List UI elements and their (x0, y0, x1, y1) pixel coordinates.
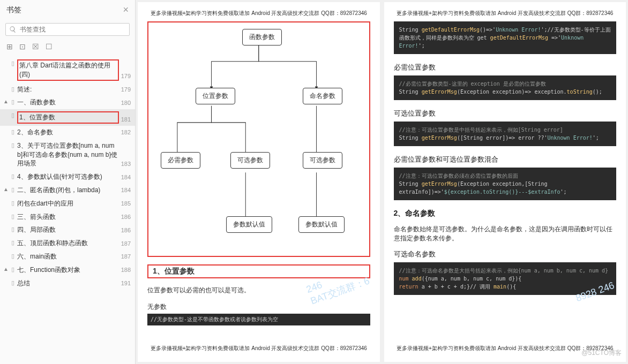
bookmark-label: 简述: (17, 85, 119, 94)
bookmarks-sidebar: 书签 × ⊞ ⊡ ☒ ☐ ▯第八章 Dart语法篇之函数的使用(四)179▯简述… (0, 0, 136, 364)
page-number: 184 (121, 186, 131, 194)
bookmark-icon: ▯ (10, 128, 16, 136)
bookmark-row[interactable]: ▯四、局部函数186 (0, 223, 135, 237)
page-header-note: 更多录播视频+架构学习资料免费领取请加 Android 开发高级技术交流群 QQ… (147, 10, 370, 17)
search-icon (9, 26, 17, 33)
node-root: 函数参数 (242, 29, 282, 46)
bookmark-row[interactable]: ▲▯一、函数参数180 (0, 96, 135, 109)
node-positional: 位置参数 (196, 88, 235, 104)
code-block-optnamed: //注意：可选命名参数是大括号括起来表示，例如{num a, num b, nu… (394, 262, 617, 295)
page-number: 181 (121, 116, 131, 124)
node-named: 命名参数 (303, 88, 342, 104)
tool-bookmark2-icon[interactable]: ☐ (46, 42, 53, 51)
bookmark-icon: ▯ (10, 186, 16, 194)
bookmark-icon: ▯ (10, 213, 16, 221)
heading-named: 2、命名参数 (394, 209, 617, 218)
bookmark-row[interactable]: ▯三、箭头函数186 (0, 210, 135, 224)
bookmark-row[interactable]: ▯简述:179 (0, 83, 135, 96)
page-number: 183 (121, 160, 131, 168)
bookmark-icon: ▯ (10, 252, 16, 260)
sidebar-title: 书签 (6, 5, 21, 15)
node-default1: 参数默认值 (226, 216, 272, 233)
twisty-icon[interactable]: ▲ (2, 186, 10, 193)
tool-add-icon[interactable]: ⊞ (6, 42, 13, 51)
bookmark-icon: ▯ (10, 239, 16, 247)
bookmark-row[interactable]: ▯1、位置参数181 (0, 109, 135, 126)
bookmark-icon: ▯ (10, 199, 16, 207)
bookmark-row[interactable]: ▯总结191 (0, 277, 135, 290)
code-block-default: String getDefaultErrorMsg()=>'Unknown Er… (394, 21, 617, 54)
bookmark-label: 2、命名参数 (17, 128, 119, 137)
bookmark-icon: ▯ (10, 98, 16, 106)
node-optional2: 可选参数 (303, 152, 342, 169)
tool-add2-icon[interactable]: ⊡ (19, 42, 26, 51)
watermark-blog: @51CTO博客 (581, 348, 622, 358)
paragraph-named: 命名参数始终是可选参数。为什么是命名参数，这是因为在调用函数时可以任意指定参数名… (394, 225, 617, 243)
bookmark-label: 第八章 Dart语法篇之函数的使用(四) (17, 59, 119, 81)
bookmark-icon: ▯ (10, 225, 16, 233)
bookmark-row[interactable]: ▯五、顶层函数和静态函数187 (0, 237, 135, 250)
bookmark-label: 七、Function函数对象 (17, 266, 119, 275)
bookmark-search[interactable] (5, 23, 130, 36)
bookmark-row[interactable]: ▲▯二、匿名函数(闭包，lambda)184 (0, 184, 135, 197)
page-number: 187 (121, 240, 131, 248)
bookmark-label: 闭包在dart中的应用 (17, 199, 119, 208)
bookmark-icon: ▯ (10, 266, 16, 274)
page-number: 179 (121, 86, 131, 94)
bookmark-icon: ▯ (10, 279, 16, 287)
page-footer-note: 更多录播视频+架构学习资料免费领取请加 Android 开发高级技术交流群 QQ… (147, 345, 370, 352)
page-number: 179 (121, 72, 131, 80)
node-required: 必需参数 (161, 152, 200, 169)
code-comment-bar: //无参数类型-这是不带函数参数或者说参数列表为空 (147, 314, 370, 325)
bookmark-row[interactable]: ▯闭包在dart中的应用185 (0, 197, 135, 210)
bookmark-icon: ▯ (10, 111, 16, 119)
bookmark-label: 四、局部函数 (17, 225, 119, 234)
node-default2: 参数默认值 (298, 216, 345, 233)
bookmark-icon: ▯ (10, 85, 16, 93)
page-number: 186 (121, 213, 131, 221)
flowchart: 函数参数 位置参数 命名参数 必需参数 可选参数 可选参数 参数默认值 参数默认… (147, 21, 370, 257)
subheading-noparam: 无参数 (147, 302, 370, 312)
page-number: 186 (121, 226, 131, 234)
page-number: 187 (121, 253, 131, 261)
bookmark-row[interactable]: ▯4、参数默认值(针对可选参数)184 (0, 170, 135, 184)
code-block-mixed: //注意：可选位置参数必须在必需位置参数的后面 String getErrorM… (394, 168, 617, 200)
heading-required: 必需位置参数 (394, 63, 617, 72)
bookmark-label: 二、匿名函数(闭包，lambda) (17, 186, 119, 195)
bookmark-label: 4、参数默认值(针对可选参数) (17, 172, 119, 181)
heading-mixed: 必需位置参数和可选位置参数混合 (394, 155, 617, 164)
bookmark-tree: ▯第八章 Dart语法篇之函数的使用(四)179▯简述:179▲▯一、函数参数1… (0, 55, 135, 364)
bookmark-label: 总结 (17, 279, 119, 288)
tool-bookmark-icon[interactable]: ☒ (32, 42, 39, 51)
bookmark-icon: ▯ (10, 141, 16, 149)
bookmark-label: 一、函数参数 (17, 98, 119, 107)
close-icon[interactable]: × (123, 4, 129, 16)
twisty-icon[interactable]: ▲ (2, 98, 10, 105)
bookmark-row[interactable]: ▯2、命名参数182 (0, 126, 135, 139)
bookmark-label: 五、顶层函数和静态函数 (17, 239, 119, 248)
page-number: 191 (121, 279, 131, 287)
bookmark-row[interactable]: ▯第八章 Dart语法篇之函数的使用(四)179 (0, 57, 135, 83)
page-header-note: 更多录播视频+架构学习资料免费领取请加 Android 开发高级技术交流群 QQ… (394, 10, 617, 17)
sidebar-tools: ⊞ ⊡ ☒ ☐ (0, 39, 135, 55)
bookmark-row[interactable]: ▯3、关于可选位置参数[num a, num b]和可选命名参数{num a, … (0, 139, 135, 170)
bookmark-label: 三、箭头函数 (17, 213, 119, 222)
code-block-optional: //注意：可选位置参数是中括号括起来表示，例如[String error] St… (394, 122, 617, 146)
bookmark-label: 六、main函数 (17, 252, 119, 261)
page-number: 182 (121, 128, 131, 136)
paragraph: 位置参数可以必需的也可以是可选。 (147, 286, 370, 295)
page-number: 188 (121, 266, 131, 274)
section-heading-1: 1、位置参数 (147, 264, 370, 278)
bookmark-icon: ▯ (10, 59, 16, 67)
search-input[interactable] (20, 26, 126, 33)
document-content: 更多录播视频+架构学习资料免费领取请加 Android 开发高级技术交流群 QQ… (136, 0, 628, 364)
twisty-icon[interactable]: ▲ (2, 266, 10, 273)
bookmark-label: 3、关于可选位置参数[num a, num b]和可选命名参数{num a, n… (17, 141, 119, 168)
heading-optnamed: 可选命名参数 (394, 249, 617, 259)
node-optional: 可选参数 (230, 152, 270, 169)
bookmark-row[interactable]: ▯六、main函数187 (0, 250, 135, 263)
page-number: 180 (121, 99, 131, 107)
bookmark-label: 1、位置参数 (17, 111, 119, 124)
bookmark-row[interactable]: ▲▯七、Function函数对象188 (0, 263, 135, 277)
code-block-required: //必需位置参数类型-这里的 exception 是必需的位置参数 String… (394, 75, 617, 100)
